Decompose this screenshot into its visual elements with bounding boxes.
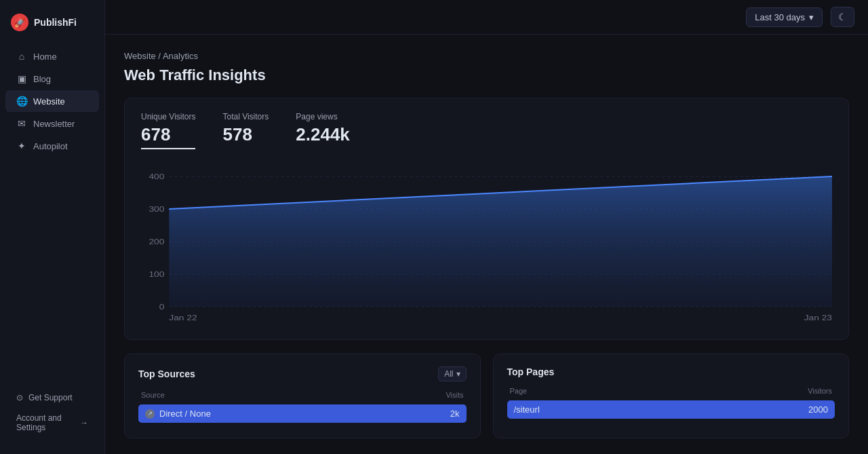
source-row-content: ↗ Direct / None 2k <box>145 409 460 419</box>
source-dot-icon: ↗ <box>145 409 155 419</box>
stat-label-total_visitors: Total Visitors <box>222 112 269 121</box>
stat-label-unique_visitors: Unique Visitors <box>141 112 195 121</box>
sidebar: 🚀 PublishFi ⌂ Home ▣ Blog 🌐 Website ✉ Ne… <box>0 0 105 454</box>
svg-text:Jan 22: Jan 22 <box>169 314 197 322</box>
chart-container: 400 300 200 100 0 <box>141 163 832 326</box>
top-sources-title: Top Sources <box>138 368 195 379</box>
website-label: Website <box>33 96 65 107</box>
visits-count: 2k <box>450 409 460 419</box>
website-icon: 🌐 <box>16 96 27 107</box>
sidebar-item-home[interactable]: ⌂ Home <box>5 45 99 67</box>
bottom-row: Top Sources All ▾ Source Visits ↗ Direct… <box>124 354 849 438</box>
col-page-label: Page <box>510 387 528 395</box>
autopilot-icon: ✦ <box>16 140 27 151</box>
page-content: Website / Analytics Web Traffic Insights… <box>105 35 868 454</box>
sources-table-header: Source Visits <box>138 391 467 399</box>
sidebar-item-website[interactable]: 🌐 Website <box>5 90 99 112</box>
page-title: Web Traffic Insights <box>124 67 849 84</box>
stat-total_visitors[interactable]: Total Visitors 578 <box>222 112 269 149</box>
svg-text:100: 100 <box>149 271 164 279</box>
theme-toggle-button[interactable]: ☾ <box>831 7 854 27</box>
date-filter-label: Last 30 days <box>755 12 805 22</box>
main-content: Last 30 days ▾ ☾ Website / Analytics Web… <box>105 0 868 454</box>
stats-row: Unique Visitors 678 Total Visitors 578 P… <box>141 112 832 149</box>
pages-table-header: Page Visitors <box>507 387 835 395</box>
account-arrow-icon: → <box>80 418 88 428</box>
sidebar-item-autopilot[interactable]: ✦ Autopilot <box>5 135 99 157</box>
filter-label: All <box>444 369 453 379</box>
get-support-button[interactable]: ⊙ Get Support <box>5 387 99 408</box>
logo-icon: 🚀 <box>11 14 28 31</box>
stat-value-total_visitors: 578 <box>222 124 269 145</box>
stats-card: Unique Visitors 678 Total Visitors 578 P… <box>124 98 849 340</box>
filter-chevron-icon: ▾ <box>456 369 460 379</box>
top-pages-title: Top Pages <box>507 366 555 377</box>
theme-moon-icon: ☾ <box>838 12 847 22</box>
source-name: Direct / None <box>159 409 211 419</box>
support-icon: ⊙ <box>16 393 23 402</box>
col-visits-label: Visits <box>446 391 463 399</box>
stat-unique_visitors[interactable]: Unique Visitors 678 <box>141 112 195 149</box>
support-label: Get Support <box>28 393 73 402</box>
breadcrumb: Website / Analytics <box>124 51 849 61</box>
blog-label: Blog <box>33 74 51 84</box>
page-row-content: /siteurl 2000 <box>514 404 829 415</box>
stat-value-unique_visitors: 678 <box>141 124 195 145</box>
source-row[interactable]: ↗ Direct / None 2k <box>138 404 467 423</box>
visitors-count: 2000 <box>808 404 828 415</box>
newsletter-label: Newsletter <box>33 119 75 129</box>
top-sources-card: Top Sources All ▾ Source Visits ↗ Direct… <box>124 354 481 438</box>
logo-area: 🚀 PublishFi <box>0 8 104 45</box>
blog-icon: ▣ <box>16 73 27 84</box>
svg-text:200: 200 <box>149 238 164 246</box>
source-info: ↗ Direct / None <box>145 409 211 419</box>
page-name: /siteurl <box>514 404 540 415</box>
stat-page_views[interactable]: Page views 2.244k <box>296 112 350 149</box>
svg-text:0: 0 <box>159 303 165 311</box>
chart-area <box>169 176 832 307</box>
home-icon: ⌂ <box>16 51 27 62</box>
breadcrumb-parent[interactable]: Website <box>124 51 156 61</box>
sources-filter-button[interactable]: All ▾ <box>438 366 466 381</box>
svg-text:400: 400 <box>149 173 164 181</box>
date-filter-dropdown[interactable]: Last 30 days ▾ <box>746 7 823 27</box>
col-visitors-label: Visitors <box>808 387 832 395</box>
traffic-chart: 400 300 200 100 0 <box>141 163 832 326</box>
col-source-label: Source <box>141 391 165 399</box>
topbar: Last 30 days ▾ ☾ <box>105 0 868 35</box>
sidebar-item-newsletter[interactable]: ✉ Newsletter <box>5 113 99 134</box>
stat-value-page_views: 2.244k <box>296 124 350 145</box>
svg-text:Jan 23: Jan 23 <box>804 314 832 322</box>
svg-text:300: 300 <box>149 206 164 214</box>
logo-text: PublishFi <box>34 17 77 28</box>
newsletter-icon: ✉ <box>16 118 27 129</box>
sidebar-item-blog[interactable]: ▣ Blog <box>5 68 99 90</box>
top-sources-header: Top Sources All ▾ <box>138 366 467 381</box>
top-pages-card: Top Pages Page Visitors /siteurl 2000 <box>493 354 850 438</box>
page-row[interactable]: /siteurl 2000 <box>507 400 835 419</box>
home-label: Home <box>33 52 57 62</box>
chevron-down-icon: ▾ <box>809 12 814 22</box>
stat-label-page_views: Page views <box>296 112 350 121</box>
autopilot-label: Autopilot <box>33 141 68 151</box>
sidebar-bottom: ⊙ Get Support Account and Settings → <box>0 379 104 446</box>
account-settings-button[interactable]: Account and Settings → <box>5 408 99 438</box>
account-label: Account and Settings <box>16 413 76 432</box>
top-pages-header: Top Pages <box>507 366 835 377</box>
breadcrumb-current: Analytics <box>163 51 198 61</box>
